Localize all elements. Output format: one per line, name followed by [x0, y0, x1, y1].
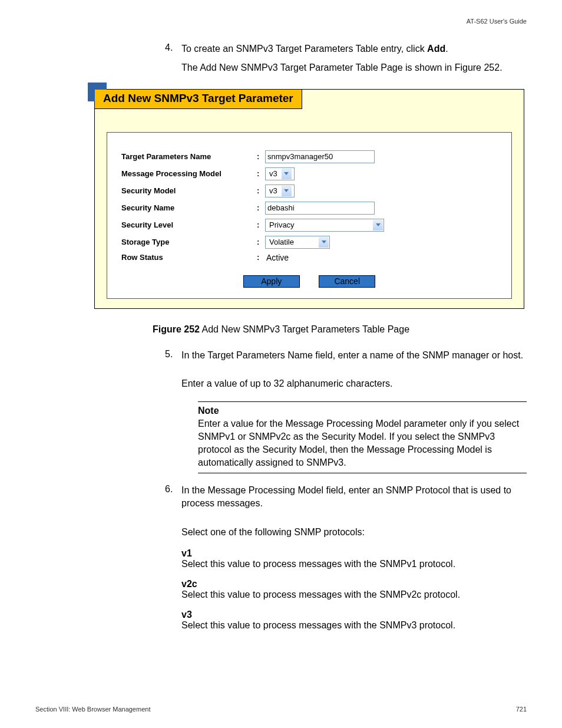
- figure-number: Figure 252: [153, 324, 200, 334]
- step-6: 6. In the Message Processing Model field…: [165, 484, 527, 516]
- figure-252: Add New SNMPv3 Target Parameter Target P…: [94, 89, 524, 309]
- step-4-line2: The Add New SNMPv3 Target Parameter Tabl…: [181, 61, 527, 74]
- protocol-v2c-term: v2c: [181, 579, 527, 589]
- step-4-number: 4.: [165, 42, 181, 81]
- svg-marker-0: [284, 172, 289, 175]
- svg-marker-2: [376, 223, 381, 226]
- select-st-value: Volatile: [266, 236, 297, 248]
- step-5-line2: Enter a value of up to 32 alphanumeric c…: [181, 377, 527, 390]
- protocol-v3-term: v3: [181, 610, 527, 620]
- input-target-parameters-name[interactable]: [265, 150, 375, 163]
- note-body: Enter a value for the Message Processing…: [198, 417, 527, 469]
- select-security-model[interactable]: v3: [265, 185, 295, 197]
- label-message-processing-model: Message Processing Model: [121, 169, 257, 178]
- select-message-processing-model[interactable]: v3: [265, 167, 295, 180]
- value-row-status: Active: [265, 253, 289, 262]
- ui-panel: Add New SNMPv3 Target Parameter Target P…: [94, 89, 524, 309]
- form-area: Target Parameters Name : Message Process…: [107, 132, 512, 299]
- protocol-v3-desc: Select this value to process messages wi…: [181, 620, 527, 631]
- figure-title: Add New SNMPv3 Target Parameters Table P…: [200, 324, 409, 334]
- label-storage-type: Storage Type: [121, 238, 257, 246]
- protocol-v2c-desc: Select this value to process messages wi…: [181, 589, 527, 600]
- panel-accent-left: [88, 83, 95, 101]
- panel-title: Add New SNMPv3 Target Parameter: [95, 90, 302, 109]
- select-storage-type[interactable]: Volatile: [265, 236, 330, 249]
- step-5: 5. In the Target Parameters Name field, …: [165, 349, 527, 368]
- step-4-text-c: .: [445, 44, 448, 54]
- cancel-button[interactable]: Cancel: [319, 275, 375, 288]
- footer-section: Section VIII: Web Browser Management: [35, 706, 150, 713]
- select-security-level[interactable]: Privacy: [265, 219, 384, 232]
- svg-marker-1: [284, 189, 289, 192]
- page-header-guide: AT-S62 User's Guide: [35, 18, 527, 25]
- note-heading: Note: [198, 404, 527, 417]
- step-6-line1: In the Message Processing Model field, e…: [181, 484, 527, 510]
- chevron-down-icon: [282, 186, 292, 196]
- chevron-down-icon: [319, 237, 329, 248]
- select-sl-value: Privacy: [266, 219, 298, 231]
- chevron-down-icon: [282, 169, 292, 179]
- step-5-line1: In the Target Parameters Name field, ent…: [181, 349, 527, 362]
- step-6-number: 6.: [165, 484, 181, 516]
- protocol-v1-term: v1: [181, 548, 527, 559]
- step-4-add-word: Add: [427, 44, 445, 54]
- apply-button[interactable]: Apply: [243, 275, 300, 288]
- label-target-parameters-name: Target Parameters Name: [121, 152, 257, 161]
- input-security-name[interactable]: [265, 202, 375, 215]
- step-4: 4. To create an SNMPv3 Target Parameters…: [165, 42, 527, 81]
- label-security-name: Security Name: [121, 203, 257, 212]
- select-mpm-value: v3: [266, 168, 281, 180]
- label-security-model: Security Model: [121, 186, 257, 195]
- select-sm-value: v3: [266, 185, 281, 197]
- label-security-level: Security Level: [121, 220, 257, 229]
- label-row-status: Row Status: [121, 253, 257, 262]
- footer-page-number: 721: [516, 706, 527, 713]
- note-block: Note Enter a value for the Message Proce…: [198, 401, 527, 473]
- svg-marker-3: [322, 241, 326, 243]
- step-5-number: 5.: [165, 349, 181, 368]
- step-4-text-a: To create an SNMPv3 Target Parameters Ta…: [181, 44, 427, 54]
- figure-caption: Figure 252 Add New SNMPv3 Target Paramet…: [35, 324, 527, 335]
- step-6-line2: Select one of the following SNMP protoco…: [181, 526, 527, 539]
- chevron-down-icon: [373, 220, 383, 230]
- protocol-v1-desc: Select this value to process messages wi…: [181, 559, 527, 569]
